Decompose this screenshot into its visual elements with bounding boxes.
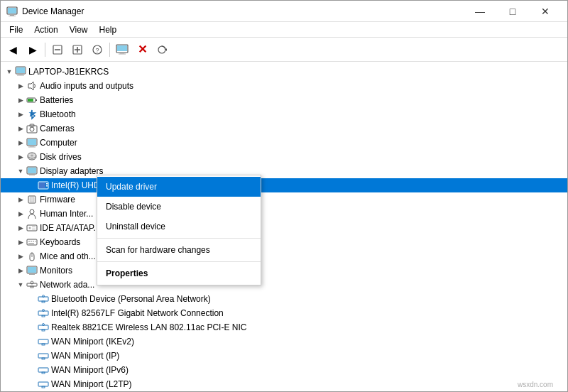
list-item[interactable]: Realtek 8821CE Wireless LAN 802.11ac PCI… xyxy=(1,320,567,334)
toolbar-remove[interactable]: ✕ xyxy=(133,40,151,59)
menu-action[interactable]: Action xyxy=(28,23,63,36)
svg-rect-50 xyxy=(32,229,36,229)
list-item[interactable]: WAN Miniport (IKEv2) xyxy=(1,334,567,349)
svg-rect-45 xyxy=(30,197,34,202)
network-bt-label: Bluetooth Device (Personal Area Network) xyxy=(51,294,211,304)
list-item[interactable]: WAN Miniport (L2TP) xyxy=(1,377,567,391)
toggle-computer[interactable]: ▶ xyxy=(15,137,26,148)
display-label: Display adapters xyxy=(40,166,103,176)
tree-root[interactable]: ▼ LAPTOP-JB1EKRCS xyxy=(1,65,567,79)
toolbar-scan[interactable] xyxy=(153,40,171,59)
keyboards-label: Keyboards xyxy=(40,237,80,247)
menu-file[interactable]: File xyxy=(4,23,28,36)
ide-label: IDE ATA/ATAP... xyxy=(40,223,101,233)
list-item[interactable]: ▶ Mice and oth... xyxy=(1,249,567,263)
toggle-disk[interactable]: ▶ xyxy=(15,151,26,163)
svg-rect-13 xyxy=(119,53,126,54)
list-item[interactable]: ▶ Monitors xyxy=(1,263,567,278)
context-menu-properties[interactable]: Properties xyxy=(97,263,261,283)
network-sub-icon-3 xyxy=(38,322,49,333)
context-menu-update-driver[interactable]: Update driver xyxy=(97,177,261,197)
list-item[interactable]: ▼ Display adapters xyxy=(1,164,567,178)
close-button[interactable]: ✕ xyxy=(529,1,562,22)
cameras-label: Cameras xyxy=(40,124,75,134)
svg-rect-31 xyxy=(30,146,34,147)
toolbar-device[interactable] xyxy=(113,40,131,59)
network-sub-icon-5 xyxy=(38,350,49,361)
list-item[interactable]: ▶ IDE ATA/ATAP... xyxy=(1,221,567,235)
list-item[interactable]: WAN Miniport (IPv6) xyxy=(1,363,567,377)
svg-rect-18 xyxy=(16,67,25,73)
svg-rect-75 xyxy=(42,330,45,331)
watermark: wsxdn.com xyxy=(518,381,553,388)
toggle-audio[interactable]: ▶ xyxy=(15,80,26,92)
toggle-bluetooth[interactable]: ▶ xyxy=(15,109,26,120)
toggle-batteries[interactable]: ▶ xyxy=(15,94,26,106)
list-item[interactable]: ▶ Cameras xyxy=(1,121,567,136)
toggle-cameras[interactable]: ▶ xyxy=(15,123,26,134)
list-item[interactable]: ▶ Firmware xyxy=(1,192,567,207)
toggle-hid[interactable]: ▶ xyxy=(15,208,26,219)
svg-rect-53 xyxy=(31,241,32,242)
toggle-ide[interactable]: ▶ xyxy=(15,222,26,234)
svg-rect-2 xyxy=(9,16,16,16)
list-item[interactable]: ▶ Bluetooth xyxy=(1,107,567,121)
svg-point-48 xyxy=(29,227,31,229)
toolbar-collapse[interactable] xyxy=(48,40,67,59)
svg-rect-83 xyxy=(42,372,45,374)
wan-ikev2-label: WAN Miniport (IKEv2) xyxy=(51,337,134,347)
list-item[interactable]: ▼ Network ada... xyxy=(1,278,567,292)
network-sub-icon-1 xyxy=(38,293,49,305)
context-menu-scan[interactable]: Scan for hardware changes xyxy=(97,240,261,260)
toggle-gpu[interactable] xyxy=(26,180,38,191)
list-item[interactable]: Intel(R) 82567LF Gigabit Network Connect… xyxy=(1,306,567,320)
toolbar-expand[interactable] xyxy=(68,40,87,59)
device-tree[interactable]: ▼ LAPTOP-JB1EKRCS ▶ xyxy=(1,62,567,391)
list-item[interactable]: WAN Miniport (IP) xyxy=(1,349,567,363)
list-item[interactable]: ▶ Disk drives xyxy=(1,150,567,164)
root-toggle[interactable]: ▼ xyxy=(4,66,15,77)
toggle-display[interactable]: ▼ xyxy=(15,165,26,177)
svg-rect-47 xyxy=(27,225,37,231)
svg-rect-85 xyxy=(42,386,45,388)
network-sub-icon-6 xyxy=(38,364,49,376)
firmware-icon xyxy=(26,194,38,205)
computer-icon xyxy=(15,66,26,77)
list-item[interactable]: Bluetooth Device (Personal Area Network) xyxy=(1,292,567,306)
toolbar-help[interactable]: ? xyxy=(88,40,106,59)
svg-marker-21 xyxy=(28,82,33,90)
list-item[interactable]: ▶ Computer xyxy=(1,136,567,150)
svg-rect-42 xyxy=(46,183,48,185)
list-item[interactable]: ▶ Keyboards xyxy=(1,235,567,249)
toggle-network[interactable]: ▼ xyxy=(15,279,26,290)
speaker-icon xyxy=(26,80,38,92)
menu-view[interactable]: View xyxy=(64,23,94,36)
list-item[interactable]: ▶ Human Inter... xyxy=(1,207,567,221)
toolbar-back[interactable]: ◀ xyxy=(4,40,22,59)
network-label: Network ada... xyxy=(40,280,94,290)
monitor-icon xyxy=(26,265,38,276)
context-menu-uninstall-device[interactable]: Uninstall device xyxy=(97,217,261,236)
list-item[interactable]: ▶ Audio inputs and outputs xyxy=(1,79,567,93)
svg-rect-81 xyxy=(42,358,45,359)
maximize-button[interactable]: □ xyxy=(496,1,529,22)
minimize-button[interactable]: — xyxy=(464,1,496,22)
svg-rect-1 xyxy=(10,14,14,16)
disk-label: Disk drives xyxy=(40,152,82,162)
main-content: ▼ LAPTOP-JB1EKRCS ▶ xyxy=(1,62,567,391)
list-item[interactable]: ▶ Batteries xyxy=(1,93,567,107)
svg-rect-38 xyxy=(30,174,34,175)
svg-rect-52 xyxy=(28,241,30,242)
context-menu-disable-device[interactable]: Disable device xyxy=(97,197,261,217)
svg-rect-67 xyxy=(42,301,45,303)
context-menu-separator-1 xyxy=(97,238,261,239)
wan-l2tp-label: WAN Miniport (L2TP) xyxy=(51,379,132,389)
list-item[interactable]: Intel(R) UHD Graphics 620 xyxy=(1,178,567,192)
toggle-firmware[interactable]: ▶ xyxy=(15,194,26,205)
toggle-mice[interactable]: ▶ xyxy=(15,251,26,262)
toolbar-forward[interactable]: ▶ xyxy=(23,40,42,59)
toggle-monitors[interactable]: ▶ xyxy=(15,265,26,276)
monitors-label: Monitors xyxy=(40,266,72,276)
toggle-keyboards[interactable]: ▶ xyxy=(15,236,26,248)
menu-help[interactable]: Help xyxy=(94,23,123,36)
